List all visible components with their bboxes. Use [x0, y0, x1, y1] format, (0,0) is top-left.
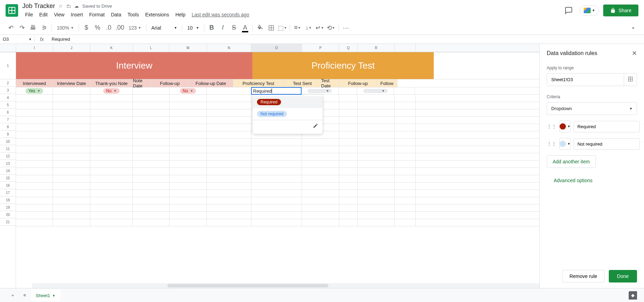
row-header[interactable]: 1	[0, 52, 16, 79]
doc-title[interactable]: Job Tracker	[22, 2, 55, 10]
select-range-icon[interactable]	[624, 73, 637, 86]
menu-extensions[interactable]: Extensions	[142, 10, 172, 19]
cell[interactable]	[53, 87, 90, 94]
add-sheet-button[interactable]: ＋	[7, 290, 18, 301]
sheet-tab[interactable]: Sheet1▼	[31, 289, 60, 301]
delete-option-icon[interactable]	[643, 123, 644, 130]
col-header[interactable]	[395, 44, 416, 52]
cell[interactable]: No▼	[90, 87, 133, 94]
text-color-button[interactable]: A	[240, 23, 250, 33]
borders-button[interactable]	[266, 23, 276, 33]
share-button[interactable]: Share	[603, 5, 638, 16]
cloud-saved-icon[interactable]: ☁	[74, 3, 79, 9]
row-header[interactable]: 7	[0, 116, 16, 123]
row-header[interactable]: 8	[0, 123, 16, 131]
row-header[interactable]: 4	[0, 94, 16, 101]
col-header[interactable]: L	[133, 44, 169, 52]
font-size-select[interactable]: 10▼	[184, 24, 202, 32]
row-header[interactable]: 12	[0, 153, 16, 160]
col-header[interactable]: P	[302, 44, 339, 52]
move-icon[interactable]: 🗀	[66, 3, 71, 9]
option-color-picker[interactable]: ▼	[559, 138, 571, 150]
menu-edit[interactable]: Edit	[37, 10, 51, 19]
dropdown-edit-button[interactable]	[253, 120, 323, 132]
col-header[interactable]: R	[358, 44, 395, 52]
col-header[interactable]: O	[251, 44, 302, 52]
done-button[interactable]: Done	[609, 270, 637, 282]
col-header[interactable]: K	[90, 44, 133, 52]
font-select[interactable]: Arial▼	[149, 24, 180, 32]
label-cell[interactable]: Test Sent	[284, 79, 321, 87]
zoom-select[interactable]: 100%▼	[54, 24, 77, 32]
row-header[interactable]: 18	[0, 196, 16, 204]
horizontal-scrollbar[interactable]	[32, 283, 539, 288]
label-cell[interactable]: Thank-you Note	[90, 79, 133, 87]
row-header[interactable]: 13	[0, 160, 16, 167]
bold-button[interactable]: B	[206, 23, 217, 33]
italic-button[interactable]: I	[218, 23, 228, 33]
menu-file[interactable]: File	[22, 10, 36, 19]
dropdown-chip[interactable]: No▼	[180, 88, 196, 94]
close-icon[interactable]: ✕	[632, 49, 637, 57]
option-value-input[interactable]	[574, 121, 640, 132]
col-header[interactable]: J	[53, 44, 90, 52]
menu-format[interactable]: Format	[86, 10, 107, 19]
cell[interactable]: ▼	[301, 87, 339, 94]
cell[interactable]	[133, 87, 169, 94]
meet-button[interactable]: ▼	[580, 5, 599, 16]
halign-button[interactable]: ≡ ▼	[292, 23, 303, 33]
row-header[interactable]: 3	[0, 87, 16, 94]
menu-data[interactable]: Data	[108, 10, 124, 19]
menu-help[interactable]: Help	[173, 10, 188, 19]
dropdown-chip[interactable]: ▼	[363, 89, 388, 93]
rotate-button[interactable]: ⟲ ▼	[326, 23, 336, 33]
paint-format-button[interactable]: ⚞	[39, 23, 50, 33]
merge-button[interactable]: ⬚ ▼	[277, 23, 288, 33]
label-cell[interactable]: Interview Date	[53, 79, 90, 87]
select-all-corner[interactable]	[0, 44, 16, 52]
sheets-logo[interactable]	[6, 4, 18, 17]
criteria-select[interactable]: Dropdown▼	[547, 102, 637, 115]
row-header[interactable]: 11	[0, 145, 16, 153]
delete-option-icon[interactable]	[643, 140, 644, 148]
menu-view[interactable]: View	[51, 10, 67, 19]
col-header[interactable]: N	[207, 44, 251, 52]
col-header[interactable]: Q	[339, 44, 358, 52]
cell[interactable]: ▼	[357, 87, 394, 94]
range-input[interactable]	[547, 74, 624, 85]
drag-handle-icon[interactable]: ⋮⋮	[547, 141, 556, 147]
wrap-button[interactable]: ↵ ▼	[315, 23, 325, 33]
col-header[interactable]: I	[16, 44, 53, 52]
currency-button[interactable]: $	[81, 23, 92, 33]
valign-button[interactable]: ↓ ▼	[303, 23, 314, 33]
row-header[interactable]: 17	[0, 189, 16, 196]
name-box[interactable]: O3▼	[0, 36, 35, 42]
cell[interactable]	[394, 87, 415, 94]
row-header[interactable]: 6	[0, 109, 16, 116]
option-color-picker[interactable]: ▼	[559, 121, 571, 132]
option-value-input[interactable]	[574, 138, 640, 150]
cell[interactable]: Yes▼	[16, 87, 53, 94]
star-icon[interactable]: ☆	[59, 3, 63, 9]
label-cell[interactable]: Interviewed	[16, 79, 53, 87]
formula-input[interactable]: Required	[49, 36, 644, 42]
comments-icon[interactable]	[562, 3, 576, 17]
dropdown-chip[interactable]: No▼	[103, 88, 119, 94]
row-header[interactable]: 16	[0, 182, 16, 189]
fill-color-button[interactable]	[255, 23, 265, 33]
explore-button[interactable]: ◆	[629, 291, 637, 300]
row-header[interactable]: 20	[0, 211, 16, 218]
label-cell[interactable]: Note Date	[133, 79, 151, 87]
last-edit-link[interactable]: Last edit was seconds ago	[189, 10, 252, 19]
dropdown-option-not-required[interactable]: Not required	[253, 108, 323, 120]
increase-decimal-button[interactable]: .00	[115, 23, 125, 33]
row-header[interactable]: 9	[0, 131, 16, 138]
row-header[interactable]: 15	[0, 175, 16, 182]
cell[interactable]	[339, 87, 357, 94]
add-another-item-button[interactable]: Add another item	[547, 155, 596, 168]
dropdown-option-required[interactable]: Required	[253, 96, 323, 108]
dropdown-chip[interactable]: Yes▼	[25, 88, 43, 94]
col-header[interactable]: M	[169, 44, 207, 52]
cell[interactable]: No▼	[169, 87, 207, 94]
row-header[interactable]: 5	[0, 101, 16, 109]
